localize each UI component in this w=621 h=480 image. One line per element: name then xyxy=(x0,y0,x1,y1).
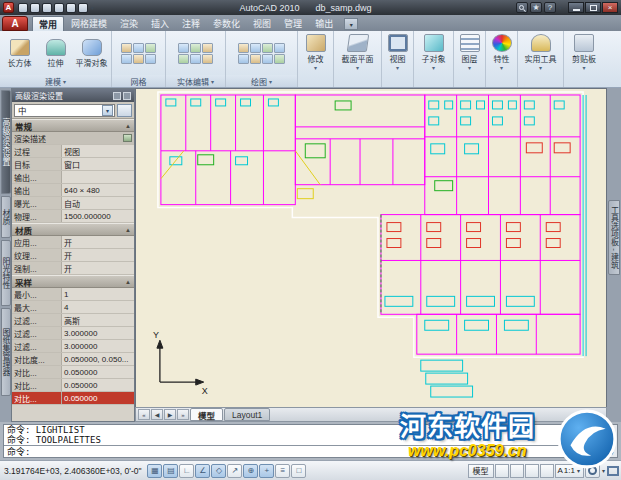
panel-modify-collapsed[interactable]: 修改 ▾ xyxy=(298,31,334,87)
dock-tab-sheet-set-manager[interactable]: 图纸集管理器 xyxy=(1,308,11,396)
property-row[interactable]: 最大... 4 xyxy=(12,301,134,314)
property-row[interactable]: 过程 视图 xyxy=(12,145,134,158)
property-row[interactable]: 强制... 开 xyxy=(12,262,134,275)
property-value[interactable]: 1500.000000 xyxy=(62,210,134,222)
dock-tab-advanced-render-settings[interactable]: 高级渲染设置 xyxy=(1,90,11,194)
property-value[interactable]: 视图 xyxy=(62,145,134,157)
previous-layout-icon[interactable]: ◀ xyxy=(151,409,163,420)
plot-icon[interactable] xyxy=(54,3,64,13)
property-row[interactable]: 渲染描述 xyxy=(12,132,134,145)
auto-hide-pin-icon[interactable] xyxy=(113,92,121,100)
property-value[interactable]: 4 xyxy=(62,301,134,313)
minimize-button[interactable] xyxy=(568,2,584,13)
panel-label-modeling[interactable]: 建模 ▾ xyxy=(0,75,111,87)
tab-output[interactable]: 输出 xyxy=(309,16,339,31)
solid-tool-icon[interactable] xyxy=(202,54,213,64)
panel-label-solid-editing[interactable]: 实体编辑 ▾ xyxy=(166,75,225,87)
solid-tool-icon[interactable] xyxy=(190,43,201,53)
mesh-tool-icon[interactable] xyxy=(133,43,144,53)
mesh-tool-icon[interactable] xyxy=(121,54,132,64)
grid-toggle[interactable]: ▤ xyxy=(163,464,178,478)
property-row[interactable]: 对比度... 0.050000, 0.050... xyxy=(12,353,134,366)
panel-label-mesh[interactable]: 网格 xyxy=(112,75,165,87)
qp-toggle[interactable]: □ xyxy=(291,464,306,478)
tab-manage[interactable]: 管理 xyxy=(278,16,308,31)
property-value[interactable]: 1 xyxy=(62,288,134,300)
ducs-toggle[interactable]: ⊕ xyxy=(243,464,258,478)
section-header-general[interactable]: 常规 ▲ xyxy=(12,119,134,132)
osnap-toggle[interactable]: ◇ xyxy=(211,464,226,478)
model-tab[interactable]: 模型 xyxy=(190,408,223,421)
dyn-toggle[interactable]: + xyxy=(259,464,274,478)
panel-properties-collapsed[interactable]: 特性 ▾ xyxy=(486,31,518,87)
property-value[interactable]: 0.050000 xyxy=(62,379,134,391)
property-value[interactable]: 640 × 480 xyxy=(62,184,134,196)
solid-tool-icon[interactable] xyxy=(202,43,213,53)
render-preset-manager-button[interactable] xyxy=(117,104,132,117)
panel-subobject-collapsed[interactable]: 子对象 ▾ xyxy=(414,31,454,87)
dock-tab-tool-palettes[interactable]: 工具选项板 - 建筑 xyxy=(608,200,620,275)
palette-title-bar[interactable]: 高级渲染设置 xyxy=(12,89,134,102)
tab-parametric[interactable]: 参数化 xyxy=(207,16,246,31)
next-layout-icon[interactable]: ▶ xyxy=(164,409,176,420)
property-row[interactable]: 物理... 1500.000000 xyxy=(12,210,134,223)
palette-properties-icon[interactable] xyxy=(123,92,131,100)
solid-tool-icon[interactable] xyxy=(178,54,189,64)
new-file-icon[interactable] xyxy=(18,3,28,13)
draw-tool-icon[interactable] xyxy=(262,54,273,64)
box-button[interactable]: 长方体 xyxy=(3,39,37,68)
first-layout-icon[interactable]: « xyxy=(138,409,150,420)
property-value[interactable]: 高斯 xyxy=(62,314,134,326)
property-row[interactable]: 输出 640 × 480 xyxy=(12,184,134,197)
polar-toggle[interactable]: ∠ xyxy=(195,464,210,478)
help-icon[interactable]: ? xyxy=(544,2,556,13)
dock-tab-sun-properties[interactable]: 阳光特性 xyxy=(1,240,11,306)
draw-tool-icon[interactable] xyxy=(250,43,261,53)
draw-tool-icon[interactable] xyxy=(238,43,249,53)
property-row[interactable]: 纹理... 开 xyxy=(12,249,134,262)
panel-layers-collapsed[interactable]: 图层 ▾ xyxy=(454,31,486,87)
property-row[interactable]: 最小... 1 xyxy=(12,288,134,301)
model-space-canvas[interactable]: Y X xyxy=(135,88,607,407)
property-row[interactable]: 过滤... 3.000000 xyxy=(12,327,134,340)
mesh-tool-icon[interactable] xyxy=(145,43,156,53)
property-row-selected[interactable]: 对比... 0.050000 xyxy=(12,392,134,405)
tab-view[interactable]: 视图 xyxy=(247,16,277,31)
undo-icon[interactable] xyxy=(66,3,76,13)
smooth-object-button[interactable]: 平滑对象 xyxy=(75,39,109,68)
draw-tool-icon[interactable] xyxy=(262,43,273,53)
panel-clipboard-collapsed[interactable]: 剪贴板 ▾ xyxy=(564,31,604,87)
collapse-icon[interactable]: ▲ xyxy=(125,123,131,129)
redo-icon[interactable] xyxy=(78,3,88,13)
application-menu-button[interactable]: A xyxy=(2,16,28,31)
property-row[interactable]: 目标 窗口 xyxy=(12,158,134,171)
tab-home[interactable]: 常用 xyxy=(32,16,64,31)
subscription-star-icon[interactable]: ★ xyxy=(530,2,542,13)
property-row[interactable]: 对比... 0.050000 xyxy=(12,366,134,379)
mesh-tool-icon[interactable] xyxy=(145,54,156,64)
property-value[interactable]: 开 xyxy=(62,236,134,248)
tab-render[interactable]: 渲染 xyxy=(114,16,144,31)
solid-tool-icon[interactable] xyxy=(190,54,201,64)
panel-utilities-collapsed[interactable]: 实用工具 ▾ xyxy=(518,31,564,87)
search-icon[interactable] xyxy=(516,2,528,13)
property-value[interactable]: 窗口 xyxy=(62,158,134,170)
collapse-icon[interactable]: ▲ xyxy=(125,279,131,285)
panel-view-collapsed[interactable]: 视图 ▾ xyxy=(382,31,414,87)
dock-tab-materials[interactable]: 材质 xyxy=(1,196,11,238)
close-button[interactable]: × xyxy=(602,2,618,13)
layout1-tab[interactable]: Layout1 xyxy=(224,408,270,421)
lwt-toggle[interactable]: ≡ xyxy=(275,464,290,478)
qat-customize-chevron-icon[interactable]: ▾ xyxy=(90,4,95,11)
property-value[interactable]: 自动 xyxy=(62,197,134,209)
otrack-toggle[interactable]: ↗ xyxy=(227,464,242,478)
property-value[interactable]: 0.050000, 0.050... xyxy=(62,353,134,365)
property-row[interactable]: 过滤... 高斯 xyxy=(12,314,134,327)
infocenter-chevron-icon[interactable]: ▾ xyxy=(558,4,563,11)
combo-dropdown-icon[interactable]: ▾ xyxy=(102,105,113,116)
ribbon-minimize-icon[interactable]: ▾ xyxy=(344,18,358,30)
snap-toggle[interactable]: ▦ xyxy=(147,464,162,478)
mesh-tool-icon[interactable] xyxy=(121,43,132,53)
mesh-tool-icon[interactable] xyxy=(133,54,144,64)
save-icon[interactable] xyxy=(42,3,52,13)
